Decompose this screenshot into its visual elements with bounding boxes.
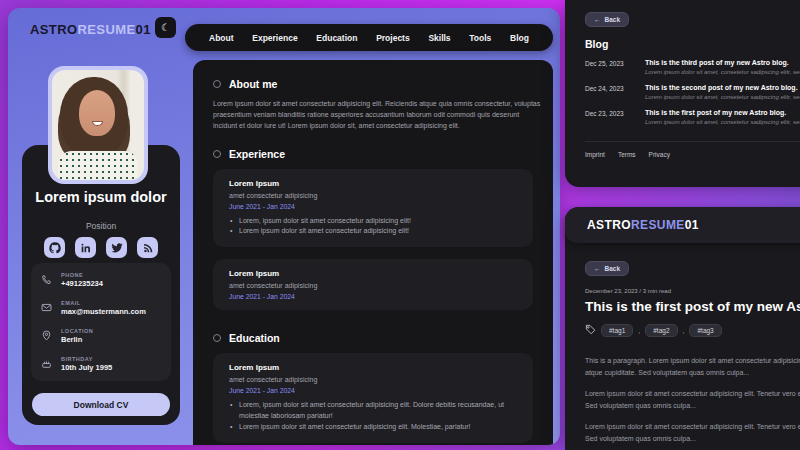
site-logo[interactable]: ASTRORESUME01 (30, 22, 151, 37)
blog-post-screenshot: ASTRORESUME01 ← Back December 23, 2023 /… (565, 207, 800, 450)
nav-item-projects[interactable]: Projects (376, 33, 410, 43)
education-heading-label: Education (229, 332, 280, 344)
tag-separator: , (638, 327, 640, 334)
education-subtitle: amet consectetur adipisicing (229, 376, 517, 383)
experience-heading-label: Experience (229, 148, 285, 160)
post-meta: December 23, 2023 / 3 min read (585, 288, 800, 294)
blog-post-row[interactable]: Dec 23, 2023 This is the first post of m… (585, 109, 800, 125)
back-arrow-icon: ← (594, 265, 601, 272)
logo-part-resume: RESUME (631, 218, 685, 232)
dark-mode-toggle[interactable]: ☾ (155, 17, 176, 38)
about-text: Lorem ipsum dolor sit amet consectetur a… (213, 98, 541, 132)
experience-date: June 2021 - Jan 2024 (229, 203, 517, 210)
logo-part-01: 01 (136, 22, 151, 37)
footer-link-terms[interactable]: Terms (618, 151, 636, 158)
experience-title: Lorem Ipsum (229, 269, 517, 278)
circle-marker-icon (213, 80, 221, 88)
nav-item-experience[interactable]: Experience (252, 33, 297, 43)
experience-entry: Lorem Ipsum amet consectetur adipisicing… (213, 259, 533, 310)
post-excerpt: Lorem ipsum dolor sit amet, consetetur s… (645, 119, 800, 125)
education-title: Lorem Ipsum (229, 363, 517, 372)
profile-name: Lorem ipsum dolor (22, 189, 180, 205)
post-date: Dec 25, 2023 (585, 59, 645, 75)
post-paragraph: Lorem ipsum dolor sit amet consectetur a… (585, 421, 800, 444)
location-label: LOCATION (61, 328, 93, 334)
twitter-icon (111, 242, 123, 254)
github-icon (49, 242, 61, 254)
circle-marker-icon (213, 334, 221, 342)
phone-value[interactable]: +491235234 (61, 279, 103, 288)
social-links (22, 237, 180, 258)
email-label: EMAIL (61, 300, 146, 306)
email-icon (41, 299, 53, 317)
contact-row-birthday: BIRTHDAY 10th July 1995 (41, 355, 161, 373)
blog-post-header: ASTRORESUME01 (565, 207, 800, 243)
avatar-face (79, 90, 116, 136)
post-excerpt: Lorem ipsum dolor sit amet, consetetur s… (645, 69, 800, 75)
location-value: Berlin (61, 335, 93, 344)
phone-icon (41, 271, 53, 289)
back-label: Back (605, 16, 621, 23)
post-title-link[interactable]: This is the first post of my new Astro b… (645, 109, 800, 116)
nav-item-tools[interactable]: Tools (469, 33, 491, 43)
blog-page-title: Blog (585, 38, 800, 50)
back-button[interactable]: ← Back (585, 12, 629, 27)
site-logo[interactable]: ASTRORESUME01 (587, 218, 699, 232)
resume-app-screenshot: ASTRORESUME01 ☾ About Experience Educati… (8, 8, 560, 445)
rss-icon (142, 242, 154, 254)
tag-pill[interactable]: #tag3 (689, 324, 721, 337)
blog-post-body: ← Back December 23, 2023 / 3 min read Th… (565, 243, 800, 444)
birthday-value: 10th July 1995 (61, 363, 112, 372)
experience-bullet: Lorem ipsum dolor sit amet consectetur a… (229, 226, 517, 237)
about-heading-label: About me (229, 78, 277, 90)
experience-subtitle: amet consectetur adipisicing (229, 192, 517, 199)
profile-photo-frame (48, 66, 148, 184)
email-value[interactable]: max@mustermann.com (61, 307, 146, 316)
experience-bullets: Lorem, ipsum dolor sit amet consectetur … (229, 216, 517, 238)
twitter-button[interactable] (106, 237, 127, 258)
post-date: Dec 24, 2023 (585, 84, 645, 100)
post-tags: #tag1 , #tag2 , #tag3 (585, 321, 800, 339)
blog-post-row[interactable]: Dec 24, 2023 This is the second post of … (585, 84, 800, 100)
logo-part-astro: ASTRO (587, 218, 631, 232)
education-bullet: Lorem ipsum dolor sit amet consectetur a… (229, 422, 517, 433)
contact-info-card: PHONE +491235234 EMAIL max@mustermann.co… (31, 263, 171, 381)
education-entry: Lorem Ipsum amet consectetur adipisicing… (213, 353, 533, 443)
footer-link-imprint[interactable]: Imprint (585, 151, 605, 158)
tag-pill[interactable]: #tag2 (645, 324, 677, 337)
experience-bullet: Lorem, ipsum dolor sit amet consectetur … (229, 216, 517, 227)
post-title-link[interactable]: This is the third post of my new Astro b… (645, 59, 800, 66)
blog-post-row[interactable]: Dec 25, 2023 This is the third post of m… (585, 59, 800, 75)
site-footer-links: Imprint Terms Privacy (585, 151, 800, 158)
rss-button[interactable] (137, 237, 158, 258)
blog-post-list: Dec 25, 2023 This is the third post of m… (585, 59, 800, 125)
nav-item-about[interactable]: About (209, 33, 234, 43)
post-date: Dec 23, 2023 (585, 109, 645, 125)
post-paragraph: This is a paragraph. Lorem ipsum dolor s… (585, 355, 800, 378)
experience-section-heading: Experience (213, 148, 533, 160)
github-button[interactable] (44, 237, 65, 258)
moon-icon: ☾ (161, 22, 170, 33)
education-bullets: Lorem, ipsum dolor sit amet consectetur … (229, 400, 517, 433)
download-cv-button[interactable]: Download CV (32, 393, 170, 416)
nav-item-education[interactable]: Education (316, 33, 357, 43)
post-title-link[interactable]: This is the second post of my new Astro … (645, 84, 800, 91)
post-paragraph: Lorem ipsum dolor sit amet consectetur a… (585, 388, 800, 411)
profile-card: Lorem ipsum dolor Position PHONE +491235… (22, 145, 180, 425)
profile-photo (52, 70, 144, 180)
composite-background: ASTRORESUME01 ☾ About Experience Educati… (0, 0, 800, 450)
nav-item-blog[interactable]: Blog (510, 33, 529, 43)
post-title: This is the first post of my new Astro b… (585, 299, 800, 314)
linkedin-button[interactable] (75, 237, 96, 258)
tag-pill[interactable]: #tag1 (601, 324, 633, 337)
nav-item-skills[interactable]: Skills (428, 33, 450, 43)
experience-date: June 2021 - Jan 2024 (229, 293, 517, 300)
back-arrow-icon: ← (594, 16, 601, 23)
main-nav: About Experience Education Projects Skil… (185, 24, 553, 51)
logo-part-astro: ASTRO (30, 22, 78, 37)
tag-icon (585, 321, 596, 339)
contact-row-email: EMAIL max@mustermann.com (41, 299, 161, 317)
footer-link-privacy[interactable]: Privacy (649, 151, 670, 158)
birthday-label: BIRTHDAY (61, 356, 112, 362)
back-button[interactable]: ← Back (585, 261, 629, 276)
